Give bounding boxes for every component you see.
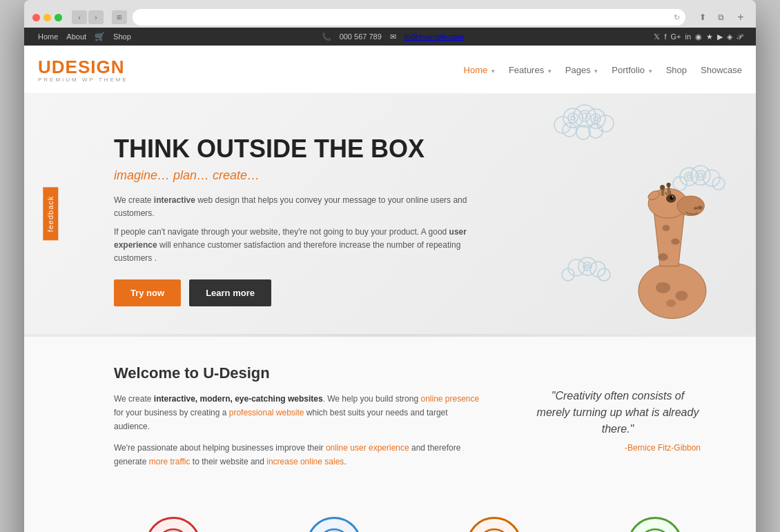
browser-window: ‹ › ⊞ ↻ ⬆ ⧉ + Home About 🛒 Shop 📞 000 56… [24,0,756,532]
top-bar-nav: Home About 🛒 Shop [38,32,131,41]
topbar-shop-link[interactable]: Shop [113,32,131,41]
reload-button[interactable]: ↻ [674,13,680,22]
svg-point-38 [694,206,697,209]
email-icon: ✉ [390,32,396,41]
learn-more-button[interactable]: Learn more [189,279,271,306]
icon-circle-green [627,517,683,532]
nav-link-features[interactable]: Features ▾ [509,65,552,75]
linkedin-icon[interactable]: in [685,32,691,41]
phone-icon: 📞 [322,32,331,41]
twitter-icon[interactable]: 𝕏 [654,32,660,41]
topbar-home-link[interactable]: Home [38,32,58,41]
topbar-about-link[interactable]: About [66,32,86,41]
star-icon[interactable]: ★ [706,32,713,41]
welcome-title: Welcome to U-Design [114,364,480,382]
nav-link-portfolio[interactable]: Portfolio ▾ [612,65,652,75]
add-tab-button[interactable]: + [734,10,748,24]
try-now-button[interactable]: Try now [114,279,181,306]
icon-circle-red [146,517,201,532]
svg-point-37 [698,206,703,209]
user-experience-link[interactable]: online user experience [326,443,409,453]
top-bar: Home About 🛒 Shop 📞 000 567 789 ✉ to@exa… [24,28,756,46]
nav-item-features: Features ▾ [509,63,552,76]
nav-menu: Home ▾ Features ▾ Pages ▾ [464,63,742,76]
more-traffic-link[interactable]: more traffic [149,457,191,466]
svg-point-6 [576,126,590,139]
gplus-icon[interactable]: G+ [670,32,681,41]
address-bar[interactable]: ↻ [133,9,685,26]
icons-section [24,503,756,532]
nav-link-showcase[interactable]: Showcase [701,65,742,75]
welcome-left: Welcome to U-Design We create interactiv… [114,364,480,476]
svg-point-52 [666,299,676,307]
svg-point-34 [663,224,670,230]
icon-item-4 [596,517,715,532]
browser-chrome: ‹ › ⊞ ↻ ⬆ ⧉ + [24,0,756,28]
nav-item-pages: Pages ▾ [565,63,598,76]
giraffe-image [590,155,742,334]
welcome-para-2: We're passionate about helping businesse… [114,441,480,469]
svg-point-29 [586,264,589,268]
facebook-icon[interactable]: f [664,32,666,41]
features-dropdown-arrow: ▾ [548,68,552,75]
window-icon[interactable]: ⊞ [112,10,127,24]
svg-point-50 [656,282,670,293]
welcome-right: "Creativity often consists of merely tur… [521,364,714,476]
icon-item-1 [114,517,233,532]
professional-website-link[interactable]: professional website [229,408,304,417]
flickr-icon[interactable]: ◈ [727,32,732,41]
share-button[interactable]: ⬆ [695,10,710,24]
nav-link-home[interactable]: Home ▾ [464,65,495,75]
welcome-section: Welcome to U-Design We create interactiv… [24,337,756,504]
nav-item-portfolio: Portfolio ▾ [612,63,652,76]
svg-point-8 [579,110,590,121]
icon-item-2 [275,517,394,532]
pages-dropdown-arrow: ▾ [594,68,598,75]
logo-u: U [38,57,52,77]
youtube-icon[interactable]: ▶ [717,32,723,41]
svg-point-41 [672,196,673,197]
welcome-para-1: We create interactive, modern, eye-catch… [114,392,480,434]
svg-point-49 [666,182,670,186]
svg-point-11 [571,116,575,120]
svg-point-33 [671,238,680,244]
top-bar-social: 𝕏 f G+ in ◉ ★ ▶ ◈ 𝒫 [654,32,742,41]
svg-point-10 [568,113,578,123]
nav-item-home: Home ▾ [464,63,495,76]
logo-tagline: PREMIUM WP THEME [38,77,128,83]
cart-icon: 🛒 [95,32,105,41]
fullscreen-button[interactable]: ⧉ [713,10,728,24]
instagram-icon[interactable]: ◉ [695,32,702,41]
back-button[interactable]: ‹ [72,10,87,24]
svg-point-36 [677,196,704,216]
quote-author: -Bernice Fitz-Gibbon [535,443,701,453]
nav-arrows: ‹ › [72,10,104,24]
main-nav: UDESIGN PREMIUM WP THEME Home ▾ Features… [24,46,756,94]
website-content: Home About 🛒 Shop 📞 000 567 789 ✉ to@exa… [24,28,756,532]
email-link[interactable]: to@example.com [404,32,464,41]
home-dropdown-arrow: ▾ [491,68,495,75]
cloud-1 [549,101,632,152]
pinterest-icon[interactable]: 𝒫 [737,32,742,41]
online-sales-link[interactable]: increase online sales [266,457,344,466]
close-light[interactable] [32,14,40,21]
logo: UDESIGN [38,57,128,78]
svg-point-51 [675,290,688,300]
nav-link-pages[interactable]: Pages ▾ [565,65,598,75]
section-divider [24,334,756,337]
nav-link-shop[interactable]: Shop [666,65,687,75]
traffic-lights [32,14,62,21]
top-bar-contact: 📞 000 567 789 ✉ to@example.com [322,32,464,41]
maximize-light[interactable] [55,14,62,21]
forward-button[interactable]: › [88,10,104,24]
icon-circle-orange [467,517,522,532]
svg-point-7 [589,124,603,138]
phone-number: 000 567 789 [340,32,382,41]
logo-design: DESIGN [52,57,125,77]
browser-actions: ⬆ ⧉ [695,10,728,24]
logo-area: UDESIGN PREMIUM WP THEME [38,57,128,83]
minimize-light[interactable] [43,14,51,21]
feedback-tab[interactable]: feedback [43,187,58,240]
svg-point-47 [660,184,665,189]
online-presence-link[interactable]: online presence [420,394,479,404]
